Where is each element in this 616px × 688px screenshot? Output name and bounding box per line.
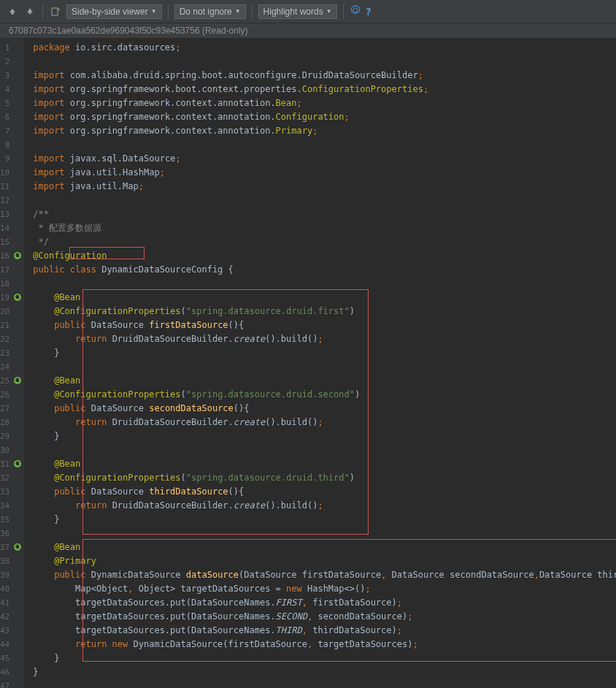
line-number: 46 <box>0 665 24 679</box>
line-number: 27 <box>0 402 24 416</box>
code-line[interactable]: @ConfigurationProperties("spring.datasou… <box>24 471 616 485</box>
line-number: 47 <box>0 679 24 688</box>
line-number: 8 <box>0 138 24 152</box>
view-mode-dropdown[interactable]: Side-by-side viewer ▼ <box>66 4 162 19</box>
line-number: 10 <box>0 166 24 180</box>
line-number: 22 <box>0 332 24 346</box>
gear-icon[interactable] <box>350 4 361 18</box>
view-mode-label: Side-by-side viewer <box>72 7 148 17</box>
line-number: 36 <box>0 527 24 540</box>
next-diff-icon[interactable] <box>23 5 36 18</box>
separator <box>42 4 43 19</box>
line-number: 33 <box>0 485 24 499</box>
code-line[interactable]: targetDataSources.put(DataSourceNames.TH… <box>24 624 616 638</box>
code-line[interactable]: } <box>24 513 616 527</box>
code-line[interactable] <box>24 360 616 374</box>
chevron-down-icon: ▼ <box>235 8 241 15</box>
code-line[interactable]: package io.sirc.datasources; <box>24 41 616 55</box>
code-line[interactable] <box>24 443 616 457</box>
code-line[interactable]: @Configuration <box>24 249 616 263</box>
spring-bean-icon[interactable] <box>12 251 23 261</box>
code-line[interactable]: public DataSource secondDataSource(){ <box>24 402 616 416</box>
code-area[interactable]: package io.sirc.datasources;import com.a… <box>24 39 616 688</box>
spring-bean-icon[interactable] <box>12 459 23 469</box>
whitespace-dropdown[interactable]: Do not ignore ▼ <box>174 4 246 19</box>
line-number: 7 <box>0 124 24 138</box>
code-line[interactable] <box>24 138 616 152</box>
diff-toolbar: Side-by-side viewer ▼ Do not ignore ▼ Hi… <box>0 0 616 23</box>
code-line[interactable]: /** <box>24 207 616 221</box>
editor-settings-icon[interactable] <box>49 5 62 18</box>
highlight-dropdown[interactable]: Highlight words ▼ <box>258 4 337 19</box>
code-line[interactable] <box>24 679 616 688</box>
spring-bean-icon[interactable] <box>12 542 23 552</box>
code-line[interactable]: */ <box>24 235 616 249</box>
code-line[interactable]: public DataSource firstDataSource(){ <box>24 318 616 332</box>
line-number: 15 <box>0 235 24 249</box>
code-line[interactable]: } <box>24 346 616 360</box>
line-number: 38 <box>0 554 24 568</box>
line-number: 23 <box>0 346 24 360</box>
line-number: 39 <box>0 568 24 582</box>
line-number: 20 <box>0 305 24 318</box>
code-line[interactable]: import org.springframework.boot.context.… <box>24 83 616 96</box>
line-number: 41 <box>0 596 24 610</box>
code-line[interactable]: @Bean <box>24 457 616 471</box>
code-line[interactable]: } <box>24 665 616 679</box>
code-line[interactable]: public DataSource thirdDataSource(){ <box>24 485 616 499</box>
code-line[interactable]: import org.springframework.context.annot… <box>24 124 616 138</box>
prev-diff-icon[interactable] <box>6 5 19 18</box>
code-line[interactable]: * 配置多数据源 <box>24 221 616 235</box>
code-line[interactable]: @Bean <box>24 540 616 554</box>
code-line[interactable]: return new DynamicDataSource(firstDataSo… <box>24 638 616 651</box>
line-number: 29 <box>0 429 24 443</box>
code-line[interactable]: return DruidDataSourceBuilder.create().b… <box>24 332 616 346</box>
svg-point-1 <box>57 8 60 11</box>
code-line[interactable]: @Primary <box>24 554 616 568</box>
separator <box>168 4 169 19</box>
help-icon[interactable]: ? <box>366 6 371 18</box>
code-editor[interactable]: 1234567891011121314151617181920212223242… <box>0 39 616 688</box>
line-number: 30 <box>0 443 24 457</box>
line-number: 31 <box>0 457 24 471</box>
code-line[interactable]: @Bean <box>24 291 616 305</box>
code-line[interactable]: return DruidDataSourceBuilder.create().b… <box>24 499 616 513</box>
code-line[interactable]: } <box>24 651 616 665</box>
highlight-label: Highlight words <box>263 7 323 17</box>
line-number: 3 <box>0 69 24 83</box>
code-line[interactable] <box>24 55 616 69</box>
code-line[interactable] <box>24 277 616 291</box>
code-line[interactable] <box>24 194 616 207</box>
separator <box>343 4 344 19</box>
line-number: 44 <box>0 638 24 651</box>
code-line[interactable]: @ConfigurationProperties("spring.datasou… <box>24 388 616 402</box>
code-line[interactable] <box>24 527 616 540</box>
line-number: 26 <box>0 388 24 402</box>
code-line[interactable]: import org.springframework.context.annot… <box>24 110 616 124</box>
line-number: 5 <box>0 96 24 110</box>
line-number: 37 <box>0 540 24 554</box>
spring-bean-icon[interactable] <box>12 292 23 302</box>
code-line[interactable]: public DynamicDataSource dataSource(Data… <box>24 568 616 582</box>
code-line[interactable]: return DruidDataSourceBuilder.create().b… <box>24 416 616 429</box>
code-line[interactable]: public class DynamicDataSourceConfig { <box>24 263 616 277</box>
svg-rect-0 <box>52 8 58 15</box>
code-line[interactable]: @Bean <box>24 374 616 388</box>
code-line[interactable]: import org.springframework.context.annot… <box>24 96 616 110</box>
code-line[interactable]: import javax.sql.DataSource; <box>24 152 616 166</box>
line-number: 4 <box>0 83 24 96</box>
code-line[interactable]: targetDataSources.put(DataSourceNames.SE… <box>24 610 616 624</box>
code-line[interactable]: targetDataSources.put(DataSourceNames.FI… <box>24 596 616 610</box>
code-line[interactable]: Map<Object, Object> targetDataSources = … <box>24 582 616 596</box>
code-line[interactable]: @ConfigurationProperties("spring.datasou… <box>24 305 616 318</box>
code-line[interactable]: import com.alibaba.druid.spring.boot.aut… <box>24 69 616 83</box>
code-line[interactable]: import java.util.HashMap; <box>24 166 616 180</box>
line-number: 24 <box>0 360 24 374</box>
code-line[interactable]: } <box>24 429 616 443</box>
line-number: 2 <box>0 55 24 69</box>
spring-bean-icon[interactable] <box>12 375 23 386</box>
line-number: 28 <box>0 416 24 429</box>
revision-tab[interactable]: 67087c073c1ae0aa562de969043f50c93e453756… <box>0 23 616 39</box>
code-line[interactable]: import java.util.Map; <box>24 180 616 194</box>
line-number: 16 <box>0 249 24 263</box>
